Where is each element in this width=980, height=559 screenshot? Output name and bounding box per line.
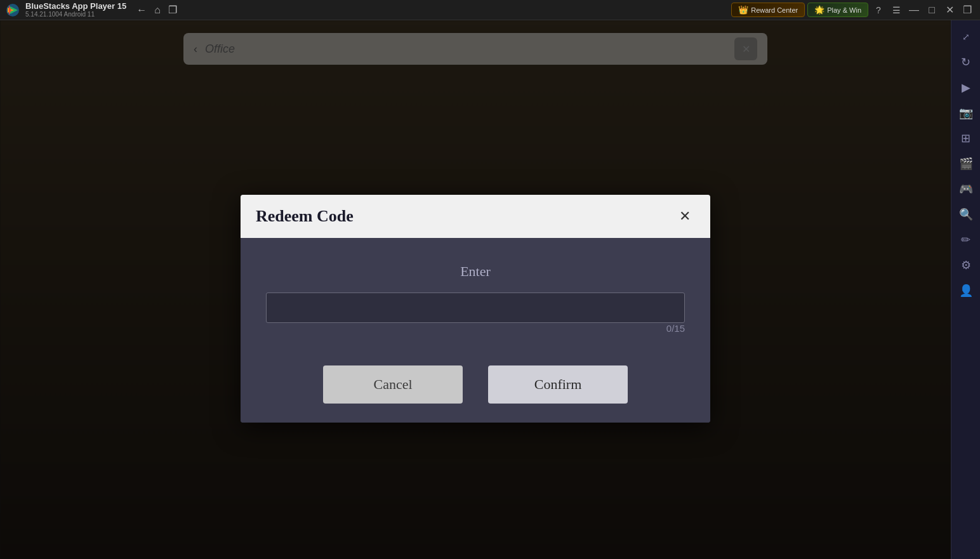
confirm-button[interactable]: Confirm xyxy=(488,365,628,404)
titlebar-actions: 👑 Reward Center 🌟 Play & Win ? ☰ — □ ✕ ❐ xyxy=(731,3,975,18)
input-wrapper: 0/15 xyxy=(266,293,685,334)
menu-button[interactable]: ☰ xyxy=(889,3,904,18)
right-sidebar: ⤢ ↻ ▶ 📷 ⊞ 🎬 🎮 🔍 ✏ ⚙ 👤 xyxy=(951,20,980,559)
user-sidebar-icon[interactable]: 👤 xyxy=(955,279,977,302)
titlebar: BlueStacks App Player 15 5.14.21.1004 An… xyxy=(0,0,980,20)
modal-close-icon: ✕ xyxy=(679,208,691,225)
camera-sidebar-icon[interactable]: 📷 xyxy=(955,102,977,124)
video-sidebar-icon[interactable]: 🎬 xyxy=(955,152,977,175)
char-count: 0/15 xyxy=(266,323,685,334)
nav-icons: ← ⌂ ❐ xyxy=(136,4,177,16)
app-name-block: BlueStacks App Player 15 5.14.21.1004 An… xyxy=(25,1,126,19)
help-button[interactable]: ? xyxy=(871,3,886,18)
modal-overlay: Redeem Code ✕ Enter 0/15 Cancel Confirm xyxy=(0,20,951,559)
app-name: BlueStacks App Player 15 xyxy=(25,1,126,11)
search-sidebar-icon[interactable]: 🔍 xyxy=(955,203,977,226)
play-win-label: Play & Win xyxy=(827,6,861,14)
rotate-sidebar-icon[interactable]: ↻ xyxy=(955,51,977,74)
home-nav-icon[interactable]: ⌂ xyxy=(154,4,161,16)
settings-sidebar-icon[interactable]: ⚙ xyxy=(955,254,977,277)
redeem-code-input[interactable] xyxy=(266,293,685,323)
pen-sidebar-icon[interactable]: ✏ xyxy=(955,228,977,251)
redeem-code-modal: Redeem Code ✕ Enter 0/15 Cancel Confirm xyxy=(241,195,710,423)
expand-sidebar-icon[interactable]: ⤢ xyxy=(955,25,977,48)
modal-close-button[interactable]: ✕ xyxy=(675,206,695,227)
modal-body: Enter 0/15 xyxy=(241,238,710,353)
restore-button[interactable]: ❐ xyxy=(960,3,975,18)
play-sidebar-icon[interactable]: ▶ xyxy=(955,76,977,99)
main-content: ‹ Office ✕ Redeem Code ✕ Enter 0/15 xyxy=(0,20,951,559)
minimize-button[interactable]: — xyxy=(906,3,922,18)
modal-header: Redeem Code ✕ xyxy=(241,195,710,238)
bluestacks-logo xyxy=(4,1,22,19)
cancel-button[interactable]: Cancel xyxy=(323,365,463,404)
modal-footer: Cancel Confirm xyxy=(241,353,710,423)
enter-label: Enter xyxy=(460,263,491,280)
gamepad-sidebar-icon[interactable]: 🎮 xyxy=(955,178,977,201)
grid-sidebar-icon[interactable]: ⊞ xyxy=(955,127,977,150)
back-nav-icon[interactable]: ← xyxy=(136,4,147,16)
star-icon: 🌟 xyxy=(814,5,824,15)
crown-icon: 👑 xyxy=(738,5,748,15)
maximize-button[interactable]: □ xyxy=(924,3,939,18)
close-button[interactable]: ✕ xyxy=(942,3,957,18)
copy-nav-icon[interactable]: ❐ xyxy=(168,4,177,16)
reward-center-button[interactable]: 👑 Reward Center xyxy=(731,3,805,17)
reward-center-label: Reward Center xyxy=(751,6,798,14)
play-win-button[interactable]: 🌟 Play & Win xyxy=(807,3,868,17)
modal-title: Redeem Code xyxy=(256,207,354,226)
app-version: 5.14.21.1004 Android 11 xyxy=(25,11,126,18)
